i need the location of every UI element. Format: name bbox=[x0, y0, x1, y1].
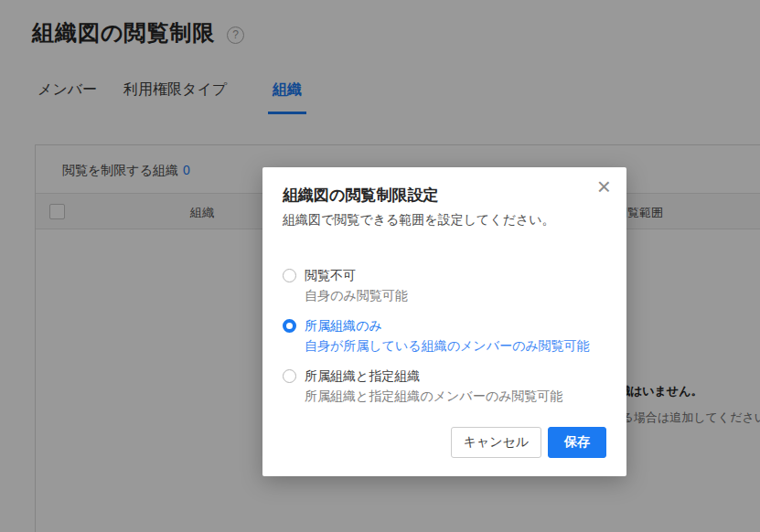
dialog-description: 組織図で閲覧できる範囲を設定してください。 bbox=[283, 212, 555, 229]
screen: 組織図の閲覧制限 ? メンバー 利用権限タイプ 組織 閲覧を制限する組織0 組織… bbox=[0, 0, 760, 532]
radio-unselected-icon[interactable] bbox=[283, 369, 296, 383]
option-own-org-only[interactable]: 所属組織のみ 自身が所属している組織のメンバーのみ閲覧可能 bbox=[283, 315, 590, 356]
option-label: 所属組織と指定組織 bbox=[305, 366, 420, 386]
dialog-title: 組織図の閲覧制限設定 bbox=[283, 185, 438, 206]
option-description: 所属組織と指定組織のメンバーのみ閲覧可能 bbox=[305, 386, 590, 406]
radio-selected-icon[interactable] bbox=[283, 319, 296, 333]
view-restriction-settings-dialog: 組織図の閲覧制限設定 × 組織図で閲覧できる範囲を設定してください。 閲覧不可 … bbox=[262, 167, 626, 476]
option-own-org-only-row[interactable]: 所属組織のみ bbox=[283, 315, 590, 335]
option-label: 所属組織のみ bbox=[305, 315, 382, 335]
cancel-button[interactable]: キャンセル bbox=[451, 427, 541, 458]
option-own-and-designated-org[interactable]: 所属組織と指定組織 所属組織と指定組織のメンバーのみ閲覧可能 bbox=[283, 366, 590, 406]
option-label: 閲覧不可 bbox=[305, 265, 356, 285]
radio-unselected-icon[interactable] bbox=[283, 269, 296, 282]
radio-group-view-range: 閲覧不可 自身のみ閲覧可能 所属組織のみ 自身が所属している組織のメンバーのみ閲… bbox=[283, 265, 590, 416]
close-icon[interactable]: × bbox=[597, 175, 611, 198]
save-button[interactable]: 保存 bbox=[548, 427, 606, 458]
dialog-footer: キャンセル 保存 bbox=[451, 427, 606, 458]
option-description: 自身のみ閲覧可能 bbox=[305, 285, 590, 305]
option-no-view-row[interactable]: 閲覧不可 bbox=[283, 265, 590, 285]
option-no-view[interactable]: 閲覧不可 自身のみ閲覧可能 bbox=[283, 265, 590, 305]
option-description: 自身が所属している組織のメンバーのみ閲覧可能 bbox=[305, 335, 590, 356]
option-own-and-designated-org-row[interactable]: 所属組織と指定組織 bbox=[283, 366, 590, 386]
